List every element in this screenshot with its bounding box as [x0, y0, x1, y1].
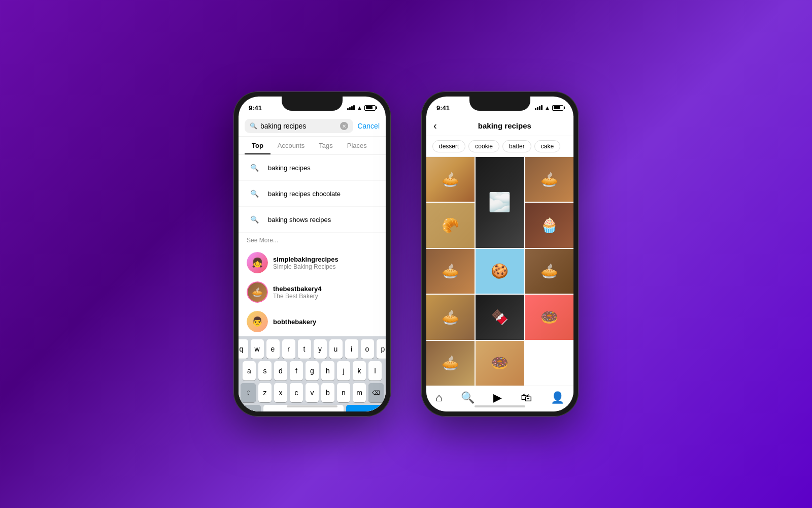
key-search[interactable]: search: [346, 405, 384, 411]
account-bobthebakery[interactable]: 👨 bobthebakery: [239, 307, 386, 336]
see-more-label[interactable]: See More...: [239, 233, 386, 248]
search-suggestion-icon-1: 🔍: [247, 160, 262, 175]
key-w[interactable]: w: [251, 339, 264, 359]
grid-photo-11[interactable]: 🥧: [426, 341, 475, 386]
signal-icon-2: [535, 105, 543, 110]
tab-top[interactable]: Top: [245, 137, 270, 154]
back-button[interactable]: ‹: [433, 120, 437, 132]
grid-photo-8[interactable]: 🥧: [426, 295, 475, 339]
key-t[interactable]: t: [298, 339, 311, 359]
keyboard: q w e r t y u i o p a s d f g: [239, 336, 386, 411]
food-overlay-7: 🥧: [525, 249, 573, 294]
search-input[interactable]: baking recipes: [260, 122, 337, 130]
key-h[interactable]: h: [321, 361, 334, 380]
nav-home[interactable]: ⌂: [435, 391, 442, 404]
tab-places[interactable]: Places: [340, 137, 374, 154]
key-backspace[interactable]: ⌫: [368, 383, 384, 402]
search-suggestion-icon-3: 🔍: [247, 212, 262, 227]
key-z[interactable]: z: [258, 383, 272, 402]
key-i[interactable]: i: [345, 339, 358, 359]
key-n[interactable]: n: [337, 383, 350, 402]
chip-cookie[interactable]: cookie: [468, 140, 499, 152]
key-x[interactable]: x: [274, 383, 287, 402]
time-1: 9:41: [249, 104, 262, 112]
nav-search[interactable]: 🔍: [461, 391, 475, 404]
food-overlay-3: 🥧: [525, 157, 573, 202]
chip-batter[interactable]: batter: [502, 140, 531, 152]
key-l[interactable]: l: [368, 361, 382, 380]
account-bestbakery[interactable]: 🥧 thebestbakery4 The Best Bakery: [239, 277, 386, 307]
key-e[interactable]: e: [266, 339, 280, 359]
grid-photo-12[interactable]: 🍩: [476, 341, 524, 386]
key-r[interactable]: r: [282, 339, 295, 359]
key-f[interactable]: f: [290, 361, 303, 380]
tab-accounts[interactable]: Accounts: [270, 137, 312, 154]
phone2-content: ‹ baking recipes dessert cookie batter c…: [426, 116, 573, 411]
key-s[interactable]: s: [258, 361, 272, 380]
food-overlay-4: 🧁: [525, 203, 573, 247]
suggestion-2[interactable]: 🔍 baking recipes chocolate: [239, 181, 386, 207]
results-title: baking recipes: [443, 121, 566, 130]
key-k[interactable]: k: [353, 361, 366, 380]
account-info-bestbakery: thebestbakery4 The Best Bakery: [273, 285, 321, 300]
phone-1: 9:41 ▲ 🔍 baking recipes: [233, 91, 391, 417]
key-u[interactable]: u: [329, 339, 343, 359]
grid-photo-3[interactable]: 🥧: [525, 157, 573, 202]
nav-profile[interactable]: 👤: [551, 391, 564, 404]
food-overlay-2: 🌫️: [476, 157, 524, 248]
photo-grid: 🥧 🌫️ 🥧 🥐 🧁 🥧: [426, 157, 573, 386]
tab-tags[interactable]: Tags: [312, 137, 340, 154]
chip-cake[interactable]: cake: [534, 140, 560, 152]
key-c[interactable]: c: [290, 383, 303, 402]
key-j[interactable]: j: [337, 361, 350, 380]
clear-search-button[interactable]: ✕: [340, 122, 348, 130]
key-y[interactable]: y: [314, 339, 327, 359]
key-b[interactable]: b: [321, 383, 334, 402]
grid-photo-7[interactable]: 🥧: [525, 249, 573, 294]
search-box[interactable]: 🔍 baking recipes ✕: [245, 119, 353, 133]
suggestion-text-2: baking recipes chocolate: [268, 190, 341, 198]
key-p[interactable]: p: [377, 339, 386, 359]
nav-reels[interactable]: ▶: [493, 391, 502, 404]
grid-photo-4[interactable]: 🧁: [525, 203, 573, 247]
home-indicator-2: [475, 405, 525, 407]
suggestion-1[interactable]: 🔍 baking recipes: [239, 155, 386, 181]
filter-chips: dessert cookie batter cake: [426, 136, 573, 157]
food-overlay-11: 🥧: [426, 341, 475, 386]
suggestions-list: 🔍 baking recipes 🔍 baking recipes chocol…: [239, 155, 386, 336]
status-icons-1: ▲: [347, 105, 376, 111]
cancel-button[interactable]: Cancel: [357, 122, 380, 130]
grid-photo-9[interactable]: 🍫: [476, 295, 524, 339]
account-simplebaking[interactable]: 👧 simplebakingrecipes Simple Baking Reci…: [239, 248, 386, 277]
nav-shop[interactable]: 🛍: [521, 391, 532, 404]
food-overlay-5: 🥧: [426, 249, 475, 294]
grid-photo-3b[interactable]: 🥐: [426, 203, 475, 247]
key-m[interactable]: m: [353, 383, 366, 402]
grid-photo-10[interactable]: 🍩: [525, 295, 573, 339]
key-shift[interactable]: ⇧: [241, 383, 256, 402]
key-v[interactable]: v: [306, 383, 319, 402]
wifi-icon-2: ▲: [545, 105, 550, 111]
grid-photo-5[interactable]: 🥧: [426, 249, 475, 294]
chip-dessert[interactable]: dessert: [432, 140, 465, 152]
grid-photo-1[interactable]: 🥧: [426, 157, 475, 202]
key-a[interactable]: a: [243, 361, 256, 380]
account-username-1: simplebakingrecipes: [273, 256, 339, 263]
food-overlay-3b: 🥐: [426, 203, 475, 247]
key-o[interactable]: o: [361, 339, 374, 359]
food-overlay-1: 🥧: [426, 157, 475, 202]
key-q[interactable]: q: [239, 339, 248, 359]
results-header: ‹ baking recipes: [426, 116, 573, 136]
grid-photo-2[interactable]: 🌫️: [476, 157, 524, 248]
grid-photo-6[interactable]: 🍪: [476, 249, 524, 294]
suggestion-3[interactable]: 🔍 baking shows recipes: [239, 207, 386, 233]
avatar-bestbakery: 🥧: [247, 281, 268, 303]
suggestion-text-3: baking shows recipes: [268, 216, 331, 224]
avatar-simplebaking: 👧: [247, 252, 268, 273]
notch: [282, 97, 343, 111]
status-icons-2: ▲: [535, 105, 563, 111]
key-d[interactable]: d: [274, 361, 287, 380]
key-num[interactable]: 123: [241, 405, 261, 411]
battery-icon-2: [552, 105, 563, 111]
key-g[interactable]: g: [306, 361, 319, 380]
